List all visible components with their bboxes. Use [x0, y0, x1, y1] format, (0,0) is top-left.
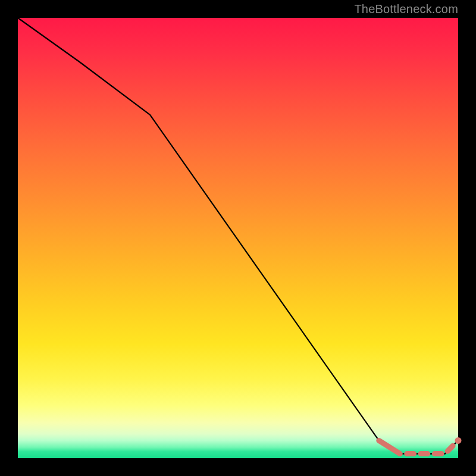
bottleneck-curve-line — [18, 18, 458, 454]
plot-area — [18, 18, 458, 458]
highlight-dash-group — [379, 440, 453, 453]
watermark-text: TheBottleneck.com — [354, 2, 458, 16]
end-marker-dot — [455, 437, 462, 444]
highlight-dash-segment — [447, 446, 453, 451]
highlight-dash-segment — [379, 440, 400, 453]
chart-frame: TheBottleneck.com — [0, 0, 476, 476]
chart-svg — [18, 18, 458, 458]
